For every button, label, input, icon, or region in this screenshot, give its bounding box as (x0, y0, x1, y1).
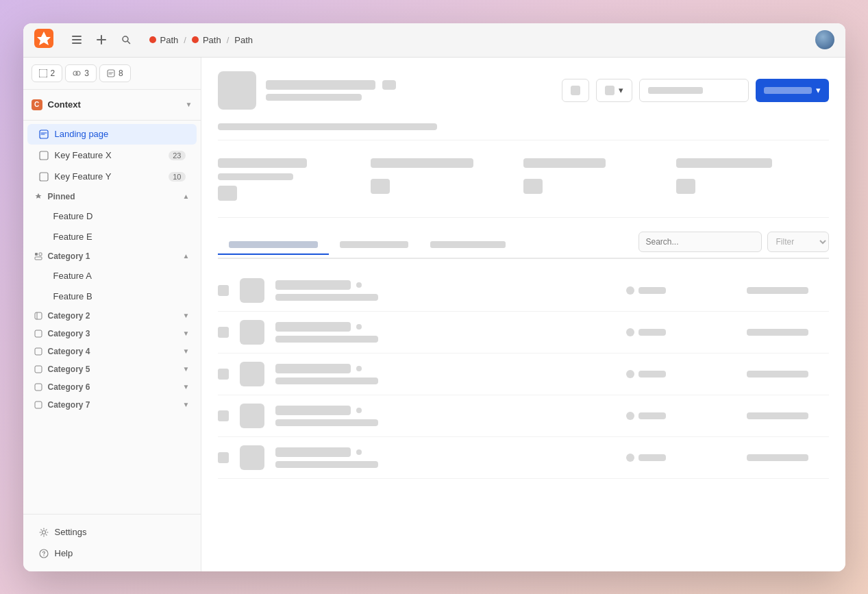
grid-cell-1 (218, 153, 371, 206)
nav-item-settings[interactable]: Settings (27, 522, 197, 543)
header-btn-2[interactable]: ▾ (596, 79, 632, 102)
grid-btn2[interactable] (371, 179, 390, 194)
tab-1-skeleton (229, 241, 318, 248)
row-meta (275, 280, 615, 290)
table-row (218, 312, 829, 354)
status-label-skeleton (638, 412, 666, 419)
tab-1[interactable] (218, 236, 329, 255)
category-6-header[interactable]: Category 6 ▼ (23, 378, 201, 396)
cat5-chevron: ▼ (183, 365, 190, 373)
nav-item-feature-a[interactable]: Feature A (27, 266, 197, 286)
row-checkbox[interactable] (218, 452, 229, 463)
row-sub-skeleton (275, 419, 378, 426)
nav-icon-kfx (38, 150, 49, 161)
category-3-header[interactable]: Category 3 ▼ (23, 325, 201, 343)
nav-item-key-feature-x[interactable]: Key Feature X 23 (27, 145, 197, 166)
svg-rect-18 (35, 366, 42, 373)
skeleton-grid (218, 153, 829, 218)
new-item-btn[interactable] (92, 30, 111, 49)
sidebar-tab-1[interactable]: 2 (32, 64, 63, 82)
date-skeleton (747, 371, 808, 378)
grid-btn4[interactable] (676, 179, 695, 194)
breadcrumb: Path / Path / Path (149, 35, 253, 45)
pinned-chevron: ▲ (183, 193, 190, 200)
cat7-chevron: ▼ (183, 401, 190, 408)
nav-item-feature-b[interactable]: Feature B (27, 286, 197, 306)
search-btn[interactable] (116, 30, 136, 49)
grid-btn3[interactable] (523, 179, 543, 194)
row-title-skeleton (275, 280, 351, 290)
row-content (275, 447, 615, 468)
svg-rect-3 (72, 42, 82, 44)
grid-cell-2 (371, 153, 523, 206)
date-skeleton (747, 287, 808, 294)
main-layout: 2 3 8 C Context ▼ (23, 58, 845, 571)
svg-rect-17 (35, 348, 42, 355)
row-meta (275, 322, 615, 332)
tab-3[interactable] (419, 236, 517, 255)
search-skeleton (648, 87, 703, 94)
svg-rect-2 (72, 39, 82, 40)
row-date (747, 287, 829, 294)
badge-kfx: 23 (169, 151, 185, 160)
context-section: C Context ▼ (23, 90, 201, 121)
row-status (626, 412, 736, 420)
breadcrumb-item-1[interactable]: Path (149, 35, 179, 45)
svg-rect-5 (39, 69, 47, 77)
row-date (747, 371, 829, 378)
svg-rect-10 (40, 151, 48, 160)
table-rows (218, 270, 829, 479)
row-date (747, 412, 829, 419)
row-checkbox[interactable] (218, 285, 229, 296)
title-skeleton-badge (382, 80, 396, 90)
row-checkbox[interactable] (218, 410, 229, 421)
main-content: ▾ ▾ (201, 58, 845, 571)
row-checkbox[interactable] (218, 369, 229, 380)
table-row (218, 354, 829, 395)
sidebar-tab-2[interactable]: 3 (65, 64, 97, 82)
grid-btn1[interactable] (218, 186, 237, 201)
page-header-left (218, 71, 396, 110)
row-meta-dot (356, 282, 362, 288)
header-btn-2-chevron: ▾ (619, 85, 623, 95)
breadcrumb-item-2[interactable]: Path (192, 35, 221, 45)
user-avatar[interactable] (815, 30, 834, 49)
category-7-header[interactable]: Category 7 ▼ (23, 396, 201, 414)
context-header[interactable]: C Context ▼ (32, 97, 193, 113)
svg-rect-15 (35, 312, 42, 319)
nav-icon-kfy (38, 171, 49, 182)
header-search-input[interactable] (639, 79, 749, 102)
sidebar-tab-3[interactable]: 8 (99, 64, 131, 82)
nav-item-feature-e[interactable]: Feature E (27, 227, 197, 247)
page-header-right: ▾ ▾ (562, 79, 829, 102)
row-meta-dot (356, 408, 362, 413)
category-1-header[interactable]: Category 1 ▲ (23, 247, 201, 265)
row-checkbox[interactable] (218, 327, 229, 338)
row-sub-skeleton (275, 336, 378, 343)
cat4-chevron: ▼ (183, 347, 190, 355)
category-2-header[interactable]: Category 2 ▼ (23, 307, 201, 325)
header-btn-1[interactable] (562, 79, 589, 102)
svg-rect-20 (35, 401, 42, 408)
nav-item-feature-d[interactable]: Feature D (27, 206, 197, 226)
table-search-input[interactable] (638, 232, 762, 252)
nav-item-landing-page[interactable]: Landing page (27, 124, 197, 145)
row-thumbnail (240, 278, 264, 303)
status-dot (626, 412, 634, 420)
sidebar: 2 3 8 C Context ▼ (23, 58, 201, 571)
category-5-header[interactable]: Category 5 ▼ (23, 360, 201, 378)
pinned-section-header[interactable]: Pinned ▲ (23, 188, 201, 206)
status-dot (626, 370, 634, 378)
table-filter-select[interactable]: Filter (767, 232, 829, 252)
tabs-row: Filter (218, 232, 829, 259)
primary-action-btn[interactable]: ▾ (756, 79, 829, 102)
row-title-skeleton (275, 322, 351, 332)
breadcrumb-item-3[interactable]: Path (234, 35, 253, 45)
sidebar-toggle-btn[interactable] (67, 30, 86, 49)
category-4-header[interactable]: Category 4 ▼ (23, 343, 201, 360)
cat2-chevron: ▼ (183, 312, 190, 319)
tab-2[interactable] (329, 236, 419, 255)
row-content (275, 280, 615, 301)
nav-item-help[interactable]: Help (27, 543, 197, 564)
nav-item-key-feature-y[interactable]: Key Feature Y 10 (27, 166, 197, 187)
